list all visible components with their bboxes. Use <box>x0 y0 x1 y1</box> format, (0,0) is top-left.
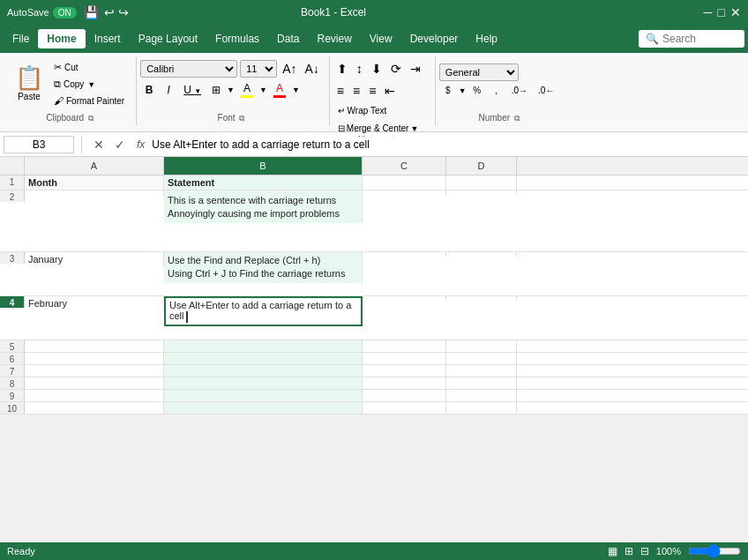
copy-button[interactable]: ⧉ Copy ▼ <box>49 77 129 92</box>
cell-d6[interactable] <box>446 353 517 364</box>
italic-button[interactable]: I <box>160 82 177 98</box>
cell-b8[interactable] <box>164 377 363 389</box>
cell-c7[interactable] <box>363 365 446 377</box>
accounting-format-button[interactable]: $ <box>439 84 457 97</box>
view-normal-button[interactable]: ▦ <box>608 545 617 557</box>
search-area[interactable]: 🔍 <box>639 30 744 48</box>
comma-button[interactable]: , <box>488 84 505 97</box>
cell-d3[interactable] <box>446 252 517 256</box>
undo-icon[interactable]: ↩ <box>104 5 115 19</box>
cell-c4[interactable] <box>363 296 446 300</box>
cell-a8[interactable] <box>25 377 164 389</box>
cell-b10[interactable] <box>164 402 363 414</box>
bold-button[interactable]: B <box>140 82 158 98</box>
menu-item-view[interactable]: View <box>361 29 401 49</box>
minimize-btn[interactable]: ─ <box>704 5 713 19</box>
save-icon[interactable]: 💾 <box>84 5 99 19</box>
underline-button[interactable]: U ▼ <box>179 82 206 98</box>
maximize-btn[interactable]: □ <box>718 5 725 19</box>
wrap-text-button[interactable]: ↵ Wrap Text <box>333 104 391 117</box>
cell-a1[interactable]: Month <box>25 175 164 190</box>
font-family-select[interactable]: Calibri <box>140 60 237 78</box>
cell-d2[interactable] <box>446 190 517 196</box>
accounting-dropdown-icon[interactable]: ▼ <box>459 86 467 95</box>
decrease-indent-button[interactable]: ⇤ <box>381 82 399 100</box>
align-middle-button[interactable]: ↕ <box>353 60 366 78</box>
decimal-increase-button[interactable]: .0→ <box>507 84 532 97</box>
decimal-decrease-button[interactable]: .0← <box>534 84 558 97</box>
menu-item-file[interactable]: File <box>4 29 38 49</box>
cell-b9[interactable] <box>164 390 363 401</box>
cell-d1[interactable] <box>446 175 517 190</box>
font-expand-icon[interactable]: ⧉ <box>239 114 244 123</box>
view-page-break-button[interactable]: ⊟ <box>640 545 649 557</box>
percent-button[interactable]: % <box>468 84 486 97</box>
clipboard-expand-icon[interactable]: ⧉ <box>88 114 94 123</box>
format-painter-button[interactable]: 🖌 Format Painter <box>49 93 129 108</box>
cell-d9[interactable] <box>446 390 517 401</box>
cell-a5[interactable] <box>25 340 164 352</box>
cell-a9[interactable] <box>25 390 164 401</box>
number-format-select[interactable]: General <box>439 63 519 81</box>
cell-b4[interactable]: Use Alt+Enter to add a carriage return t… <box>164 296 363 326</box>
cell-a10[interactable] <box>25 402 164 414</box>
merge-dropdown-icon[interactable]: ▼ <box>410 124 418 133</box>
cell-c8[interactable] <box>363 377 446 389</box>
cell-b1[interactable]: Statement <box>164 175 363 190</box>
align-right-button[interactable]: ≡ <box>365 82 379 100</box>
cancel-formula-button[interactable]: ✕ <box>89 137 108 153</box>
font-color-dropdown-icon[interactable]: ▼ <box>292 86 300 94</box>
cell-a4[interactable]: February <box>25 296 164 310</box>
redo-icon[interactable]: ↪ <box>118 5 129 19</box>
confirm-formula-button[interactable]: ✓ <box>110 137 130 153</box>
cell-d10[interactable] <box>446 402 517 414</box>
cell-a3[interactable]: January <box>25 252 164 266</box>
search-input[interactable] <box>662 33 724 45</box>
font-shrink-button[interactable]: A↓ <box>302 61 321 77</box>
font-color-button[interactable]: A <box>269 80 290 100</box>
view-layout-button[interactable]: ⊞ <box>625 545 633 557</box>
col-header-b[interactable]: B <box>164 157 363 175</box>
merge-center-button[interactable]: ⊟ Merge & Center ▼ <box>333 122 423 135</box>
cell-c6[interactable] <box>363 353 446 364</box>
cell-c10[interactable] <box>363 402 446 414</box>
cell-b2[interactable]: This is a sentence with carriage returns… <box>164 190 363 223</box>
cell-c5[interactable] <box>363 340 446 352</box>
cell-a7[interactable] <box>25 365 164 377</box>
cell-d4[interactable] <box>446 296 517 300</box>
cell-b5[interactable] <box>164 340 363 352</box>
paste-button[interactable]: 📋 Paste <box>11 60 48 106</box>
menu-item-formulas[interactable]: Formulas <box>206 29 268 49</box>
cell-reference-box[interactable] <box>4 136 74 153</box>
align-top-button[interactable]: ⬆ <box>333 60 351 78</box>
font-size-select[interactable]: 11 <box>240 60 277 78</box>
align-center-button[interactable]: ≡ <box>349 82 363 100</box>
copy-dropdown-icon[interactable]: ▼ <box>87 80 95 89</box>
text-angle-button[interactable]: ⟳ <box>387 60 405 78</box>
cell-b3[interactable]: Use the Find and Replace (Ctrl + h) Usin… <box>164 252 363 283</box>
menu-item-help[interactable]: Help <box>467 29 506 49</box>
menu-item-home[interactable]: Home <box>38 29 85 49</box>
menu-item-review[interactable]: Review <box>308 29 360 49</box>
formula-input[interactable] <box>148 137 744 153</box>
close-btn[interactable]: ✕ <box>730 5 741 19</box>
menu-item-data[interactable]: Data <box>268 29 308 49</box>
font-grow-button[interactable]: A↑ <box>280 61 299 77</box>
border-dropdown-icon[interactable]: ▼ <box>227 86 235 94</box>
cell-c3[interactable] <box>363 252 446 256</box>
cell-c1[interactable] <box>363 175 446 190</box>
menu-item-page-layout[interactable]: Page Layout <box>130 29 206 49</box>
menu-item-developer[interactable]: Developer <box>401 29 468 49</box>
cell-d5[interactable] <box>446 340 517 352</box>
cell-d7[interactable] <box>446 365 517 377</box>
border-button[interactable]: ⊞ <box>207 82 225 98</box>
cell-b7[interactable] <box>164 365 363 377</box>
col-header-a[interactable]: A <box>25 157 164 175</box>
cut-button[interactable]: ✂ Cut <box>49 60 129 75</box>
align-left-button[interactable]: ≡ <box>333 82 348 100</box>
zoom-slider[interactable] <box>688 548 741 555</box>
cell-b6[interactable] <box>164 353 363 364</box>
fill-color-button[interactable]: A <box>236 80 258 100</box>
number-expand-icon[interactable]: ⧉ <box>514 114 520 123</box>
underline-dropdown-icon[interactable]: ▼ <box>194 87 201 95</box>
